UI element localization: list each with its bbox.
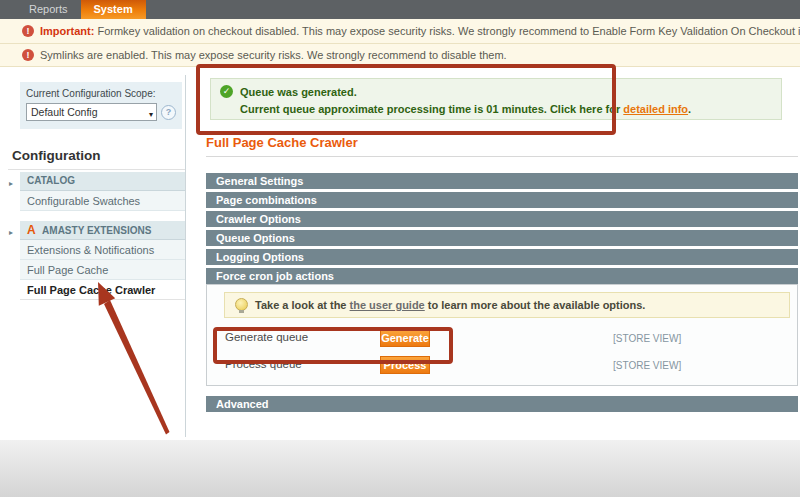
store-view-scope-label: [STORE VIEW] [613, 360, 681, 371]
process-button[interactable]: Process [380, 356, 430, 374]
config-nav: ▸ CATALOG Configurable Swatches ▸ A AMAS… [8, 172, 185, 300]
warning-icon: ! [22, 25, 34, 37]
top-nav-bar: Reports System [0, 0, 800, 19]
sidebar-heading-configuration: Configuration [8, 141, 185, 170]
section-crawler-options[interactable]: Crawler Options [206, 211, 798, 227]
success-detail-suffix: . [688, 103, 691, 115]
warning-text: Formkey validation on checkout disabled.… [97, 25, 800, 37]
sidebar-item-full-page-cache[interactable]: Full Page Cache [20, 260, 185, 280]
warning-message-symlinks: ! Symlinks are enabled. This may expose … [0, 44, 800, 67]
config-scope-box: Current Configuration Scope: Default Con… [20, 82, 182, 129]
sidebar-section-label: AMASTY EXTENSIONS [42, 225, 151, 236]
sidebar-section-amasty-extensions[interactable]: ▸ A AMASTY EXTENSIONS [20, 221, 185, 240]
section-general-settings[interactable]: General Settings [206, 173, 798, 189]
sidebar-item-configurable-swatches[interactable]: Configurable Swatches [20, 191, 185, 211]
config-scope-select[interactable]: Default Config ▾ [26, 103, 157, 121]
sidebar-gap [8, 211, 185, 221]
warning-icon: ! [22, 49, 34, 61]
note-text: Take a look at the [255, 299, 347, 311]
warning-message-formkey: ! Important: Formkey validation on check… [0, 19, 800, 44]
sidebar-item-label: Full Page Cache Crawler [27, 284, 155, 296]
sidebar-section-label: CATALOG [27, 175, 75, 186]
lightbulb-icon [235, 298, 248, 311]
sidebar-item-label: Extensions & Notifications [27, 244, 154, 256]
note-text-suffix: to learn more about the available option… [428, 299, 646, 311]
amasty-logo-icon: A [27, 221, 36, 239]
config-scope-value: Default Config [31, 106, 98, 118]
success-detail-text: Current queue approximate processing tim… [240, 103, 620, 115]
section-logging-options[interactable]: Logging Options [206, 249, 798, 265]
config-scope-label: Current Configuration Scope: [26, 88, 176, 99]
user-guide-link[interactable]: the user guide [350, 299, 425, 311]
force-cron-section-body: Take a look at the the user guide to lea… [206, 284, 798, 386]
generate-queue-label: Generate queue [225, 331, 308, 343]
help-icon[interactable]: ? [161, 105, 176, 120]
section-page-combinations[interactable]: Page combinations [206, 192, 798, 208]
process-queue-label: Process queue [225, 358, 302, 370]
section-queue-options[interactable]: Queue Options [206, 230, 798, 246]
chevron-right-icon: ▸ [9, 175, 13, 193]
warning-prefix: Important: [40, 25, 94, 37]
warning-text: Symlinks are enabled. This may expose se… [40, 49, 507, 61]
sidebar-item-label: Full Page Cache [27, 264, 108, 276]
detailed-info-link[interactable]: detailed info [623, 103, 688, 115]
section-force-cron-job-actions[interactable]: Force cron job actions [206, 268, 798, 284]
tab-reports[interactable]: Reports [16, 0, 81, 19]
store-view-scope-label: [STORE VIEW] [613, 333, 681, 344]
page-title: Full Page Cache Crawler [206, 135, 358, 150]
sidebar-item-label: Configurable Swatches [27, 195, 140, 207]
success-message-title: Queue was generated. [240, 86, 357, 98]
section-advanced[interactable]: Advanced [206, 396, 798, 412]
chevron-right-icon: ▸ [9, 224, 13, 242]
sidebar-item-full-page-cache-crawler[interactable]: Full Page Cache Crawler [20, 280, 185, 300]
tab-system[interactable]: System [81, 0, 146, 19]
generate-button[interactable]: Generate [380, 329, 430, 347]
chevron-down-icon: ▾ [149, 107, 153, 123]
title-divider [206, 156, 798, 157]
success-message-detail: Current queue approximate processing tim… [240, 103, 691, 115]
sidebar-item-extensions-notifications[interactable]: Extensions & Notifications [20, 240, 185, 260]
user-guide-note: Take a look at the the user guide to lea… [224, 292, 790, 318]
success-message-box: ✓ Queue was generated. Current queue app… [210, 78, 782, 120]
sidebar-section-catalog[interactable]: ▸ CATALOG [20, 172, 185, 191]
config-sidebar: Current Configuration Scope: Default Con… [8, 75, 186, 437]
config-accordion: General Settings Page combinations Crawl… [206, 173, 798, 287]
magento-admin-page: Reports System ! Important: Formkey vali… [0, 0, 800, 497]
success-check-icon: ✓ [220, 85, 233, 98]
page-footer-background [0, 440, 800, 497]
